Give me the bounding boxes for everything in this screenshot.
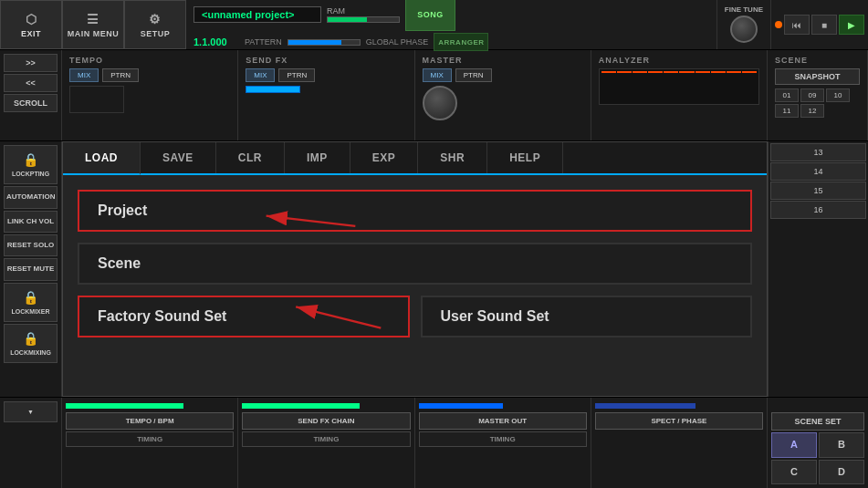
lock-pting-label: LOCKPTING [12,170,49,178]
scene-num-12[interactable]: 12 [800,104,824,118]
nav-down-button[interactable]: << [4,74,58,92]
tab-imp[interactable]: IMP [285,142,350,173]
main-menu-icon: ☰ [87,12,99,26]
master-section: MASTER MIX PTRN [415,50,591,140]
lock-mixing-label: LOCKMIXING [10,348,51,357]
ram-section: RAM [327,6,400,23]
link-ch-vol-button[interactable]: LINK CH VOL [4,211,58,233]
load-dialog: LOAD SAVE CLR IMP EXP SHR HELP Projec [62,141,768,397]
send-fx-ptn-button[interactable]: PTRN [278,68,315,82]
left-nav: >> << SCROLL [0,50,62,140]
main-menu-label: MAIN MENU [68,29,120,38]
send-fx-timing-button[interactable]: TIMING [242,431,410,447]
tempo-mix-button[interactable]: MIX [69,68,99,82]
top-bar: ⬡ EXIT ☰ MAIN MENU ⚙ SETUP <unnamed proj… [0,0,868,50]
tempo-bpm-button[interactable]: TEMPO / BPM [66,412,234,430]
scene-num-01[interactable]: 01 [775,88,799,102]
scene-num-09[interactable]: 09 [800,88,824,102]
tab-load[interactable]: LOAD [63,142,141,175]
setup-label: SETUP [141,29,171,38]
scene-title: SCENE [775,56,860,65]
nav-up-button[interactable]: >> [4,54,58,72]
global-phase-bar-background [288,39,361,46]
rewind-button[interactable]: ⏮ [784,15,810,35]
right-num-13[interactable]: 13 [770,143,866,161]
master-out-button[interactable]: MASTER OUT [419,412,587,430]
song-button[interactable]: SONG [405,0,455,31]
pattern-row: 1.1.000 PATTERN GLOBAL PHASE ARRANGER [193,33,709,51]
stop-button[interactable]: ■ [811,15,837,35]
setup-button[interactable]: ⚙ SETUP [124,0,186,49]
exit-icon: ⬡ [26,12,37,26]
send-fx-mix-button[interactable]: MIX [246,68,275,82]
tempo-section: TEMPO MIX PTRN [62,50,238,140]
fine-tune-knob[interactable] [730,16,758,43]
factory-sound-set-button[interactable]: Factory Sound Set [78,296,410,337]
reset-mute-button[interactable]: RESET MUTE [4,258,58,280]
lock-mixer-button[interactable]: 🔒 LOCKMIXER [4,283,58,322]
tab-clr[interactable]: CLR [216,142,285,173]
lock-mixing-button[interactable]: 🔒 LOCKMIXING [4,324,58,363]
right-num-14[interactable]: 14 [770,162,866,181]
second-row: >> << SCROLL TEMPO MIX PTRN SEND FX MIX … [0,50,868,141]
reset-solo-button[interactable]: RESET SOLO [4,234,58,256]
analyzer-bars [600,69,758,75]
analyzer-bar [679,71,694,73]
scene-button[interactable]: Scene [78,243,752,285]
project-info: <unnamed project> RAM SONG 1.1.000 PATTE… [186,0,716,49]
send-fx-title: SEND FX [246,56,406,65]
master-out-section: MASTER OUT TIMING [415,398,591,488]
right-num-15[interactable]: 15 [770,182,866,200]
master-mix-button[interactable]: MIX [423,68,452,82]
bottom-nav-button[interactable]: ▼ [4,401,58,422]
tempo-timing-button[interactable]: TIMING [66,431,234,447]
fine-tune-label: FINE TUNE [725,5,763,14]
scene-num-10[interactable]: 10 [826,88,850,102]
scene-d-button[interactable]: D [819,460,864,485]
arranger-button[interactable]: ARRANGER [434,33,488,51]
tab-save[interactable]: SAVE [141,142,216,173]
global-phase-bar-fill [288,40,342,45]
analyzer-bar [648,71,663,73]
bottom-right-panel: SCENE SET A B C D [768,398,868,488]
bottom-area: ▼ TEMPO / BPM TIMING SEND FX CHAIN TIMIN… [0,397,868,488]
exit-button[interactable]: ⬡ EXIT [0,0,62,49]
user-sound-set-button[interactable]: User Sound Set [421,296,753,337]
spect-phase-button[interactable]: SPECT / PHASE [595,412,763,430]
scene-num-11[interactable]: 11 [775,104,799,118]
lock-mixer-label: LOCKMIXER [12,307,50,316]
master-timing-button[interactable]: TIMING [419,431,587,447]
exit-label: EXIT [21,29,41,38]
analyzer-bar [617,71,632,73]
record-indicator [775,21,782,28]
song-label: SONG [417,10,444,19]
main-area: 🔒 LOCKPTING AUTOMATION LINK CH VOL RESET… [0,141,868,397]
tempo-ptn-button[interactable]: PTRN [102,68,139,82]
tab-help[interactable]: HELP [487,142,563,173]
play-button[interactable]: ▶ [839,15,864,35]
setup-icon: ⚙ [149,12,162,26]
analyzer-bar [633,71,647,73]
scene-set-button[interactable]: SCENE SET [771,412,864,431]
scene-b-button[interactable]: B [819,432,864,458]
right-num-16[interactable]: 16 [770,201,866,219]
project-name[interactable]: <unnamed project> [193,6,321,23]
spect-phase-section: SPECT / PHASE [591,398,768,488]
master-ptn-button[interactable]: PTRN [455,68,492,82]
pattern-value: 1.1.000 [193,36,239,47]
tab-shr[interactable]: SHR [418,142,487,173]
analyzer-section: ANALYZER [591,50,768,140]
tab-exp[interactable]: EXP [350,142,419,173]
automation-button[interactable]: AUTOMATION [4,186,58,208]
analyzer-bar [711,71,726,73]
analyzer-bar [601,71,616,73]
scene-a-button[interactable]: A [771,432,817,458]
scene-c-button[interactable]: C [771,460,817,485]
scroll-button[interactable]: SCROLL [4,94,58,112]
send-fx-chain-button[interactable]: SEND FX CHAIN [242,412,410,430]
snapshot-button[interactable]: SNAPSHOT [775,68,860,85]
project-button[interactable]: Project [78,190,752,232]
dialog-tabs: LOAD SAVE CLR IMP EXP SHR HELP [63,142,767,175]
main-menu-button[interactable]: ☰ MAIN MENU [62,0,124,49]
lock-pting-button[interactable]: 🔒 LOCKPTING [4,145,58,184]
